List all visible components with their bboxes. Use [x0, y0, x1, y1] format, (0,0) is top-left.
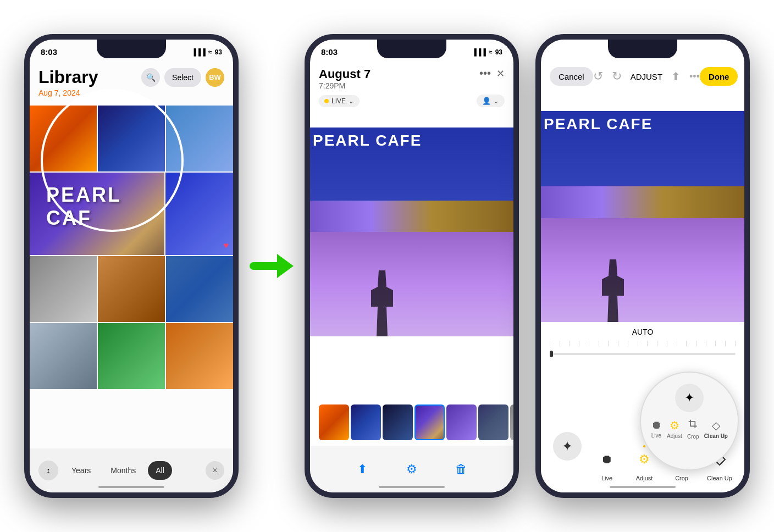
close-filter-button[interactable]: ✕: [206, 461, 224, 480]
avatar-button[interactable]: BW: [206, 68, 224, 87]
person-button[interactable]: 👤 ⌄: [477, 95, 505, 107]
share-button[interactable]: ⬆: [351, 458, 373, 480]
tick: [696, 341, 696, 346]
cleanup-tool-label: Clean Up: [707, 475, 732, 481]
magic-wand-icon: ✦: [562, 439, 573, 454]
status-bar-phone2: 8:03 ▐▐▐ ≈ 93: [321, 47, 502, 57]
arrow-head: [277, 254, 294, 278]
film-thumb[interactable]: [351, 404, 381, 440]
share-button-edit[interactable]: ⬆: [671, 70, 681, 83]
grid-cell[interactable]: [166, 256, 233, 322]
grid-cell[interactable]: [98, 106, 165, 171]
tick-marks: [541, 341, 744, 346]
tick: [647, 341, 648, 346]
wifi-icon: ≈: [208, 48, 212, 56]
zoom-cleanup-label: Clean Up: [704, 433, 728, 439]
cafe-floor: [310, 232, 513, 336]
undo-button[interactable]: ↺: [593, 69, 603, 84]
zoom-cleanup-tool: ◇ Clean Up: [704, 419, 728, 440]
close-button-p2[interactable]: ✕: [496, 68, 505, 80]
zoom-cleanup-icon[interactable]: ◇: [712, 419, 720, 432]
film-thumb[interactable]: [319, 404, 349, 440]
delete-button[interactable]: 🗑: [450, 458, 472, 480]
grid-cell[interactable]: [98, 323, 165, 389]
more-button-p2[interactable]: •••: [479, 67, 491, 80]
grid-cell[interactable]: [30, 323, 97, 389]
edit-button[interactable]: ⚙: [401, 458, 423, 480]
zoom-live-icon[interactable]: ⏺: [651, 419, 662, 431]
film-thumb[interactable]: [383, 404, 413, 440]
tick: [735, 341, 736, 346]
zoom-magic-wand[interactable]: ✦: [675, 384, 704, 412]
cancel-button[interactable]: Cancel: [550, 67, 593, 86]
auto-label: AUTO: [541, 322, 744, 336]
grid-cell[interactable]: [166, 323, 233, 389]
home-indicator-p2: [379, 486, 445, 488]
film-thumb[interactable]: [510, 404, 513, 440]
zoom-popup-content: ✦ ⏺ Live ⚙ Adjust Crop: [641, 378, 738, 445]
edit-main-photo: PEARL CAFE: [541, 111, 744, 325]
done-button[interactable]: Done: [700, 67, 738, 86]
grid-cell[interactable]: [30, 106, 97, 171]
close-icon: ✕: [212, 467, 218, 474]
film-thumb[interactable]: [478, 404, 508, 440]
arrow-body: [250, 262, 277, 270]
edit-cafe-floor: [541, 218, 744, 325]
redo-button[interactable]: ↻: [612, 69, 622, 84]
edit-cafe-bg: PEARL CAFE: [541, 111, 744, 325]
photo-grid[interactable]: PEARL CAF ♥: [30, 106, 233, 448]
tick: [560, 341, 560, 346]
slider-thumb[interactable]: [550, 351, 553, 357]
filter-months[interactable]: Months: [103, 461, 143, 480]
slider-area: [541, 341, 744, 355]
more-button-edit[interactable]: •••: [689, 71, 700, 82]
adjustment-slider[interactable]: [550, 353, 736, 355]
tick: [579, 341, 579, 346]
photo-header: August 7 7:29PM ••• ✕ LIVE ⌄ 👤 ⌄: [310, 67, 513, 107]
grid-row-1: [30, 106, 233, 171]
home-indicator: [98, 486, 164, 488]
time-phone1: 8:03: [41, 47, 57, 57]
film-thumb[interactable]: [414, 404, 445, 440]
magic-wand-button[interactable]: ✦: [553, 432, 582, 461]
grid-row-3: [30, 256, 233, 322]
tick: [715, 341, 716, 346]
grid-cell[interactable]: ♥: [165, 173, 233, 255]
film-strip: [310, 404, 513, 443]
live-label: LIVE: [331, 97, 346, 105]
zoom-adjust-icon[interactable]: ⚙: [670, 419, 679, 432]
filter-years[interactable]: Years: [64, 461, 98, 480]
tick: [706, 341, 706, 346]
share-icon: ⬆: [357, 462, 367, 476]
photo-meta-row: LIVE ⌄ 👤 ⌄: [319, 95, 505, 107]
select-button[interactable]: Select: [164, 68, 201, 87]
photo-title-row: August 7 7:29PM ••• ✕: [319, 67, 505, 90]
cafe-bg: PEARL CAFE: [310, 128, 513, 336]
filter-all[interactable]: All: [148, 461, 172, 480]
photo-date-block: August 7 7:29PM: [319, 67, 371, 90]
grid-cell[interactable]: [166, 106, 233, 171]
sort-button[interactable]: ↕: [38, 461, 58, 480]
tick: [589, 341, 589, 346]
person-chevron: ⌄: [493, 97, 499, 105]
cafe-sign-text: PEARL CAFE: [313, 132, 511, 149]
edit-cafe-sign: PEARL CAFE: [544, 115, 742, 133]
live-chevron: ⌄: [349, 97, 354, 105]
grid-row-2: PEARL CAF ♥: [30, 173, 233, 255]
grid-cell[interactable]: [98, 256, 165, 322]
search-button[interactable]: 🔍: [141, 68, 160, 87]
live-badge[interactable]: LIVE ⌄: [319, 95, 360, 107]
search-icon: 🔍: [146, 73, 156, 82]
main-photo-display: PEARL CAFE: [310, 128, 513, 336]
wifi-icon-p2: ≈: [489, 48, 493, 56]
filter-pills: Years Months All: [64, 461, 200, 480]
tick: [608, 341, 609, 346]
grid-cell-cafe[interactable]: PEARL CAF: [30, 173, 164, 255]
zoom-crop-icon[interactable]: [688, 419, 699, 433]
home-indicator-p3: [610, 486, 676, 488]
live-tool-button[interactable]: ⏺: [595, 447, 619, 472]
grid-cell[interactable]: [30, 256, 97, 322]
library-date: Aug 7, 2024: [38, 88, 224, 97]
film-thumb[interactable]: [446, 404, 477, 440]
status-bar-phone1: 8:03 ▐▐▐ ≈ 93: [41, 47, 222, 57]
